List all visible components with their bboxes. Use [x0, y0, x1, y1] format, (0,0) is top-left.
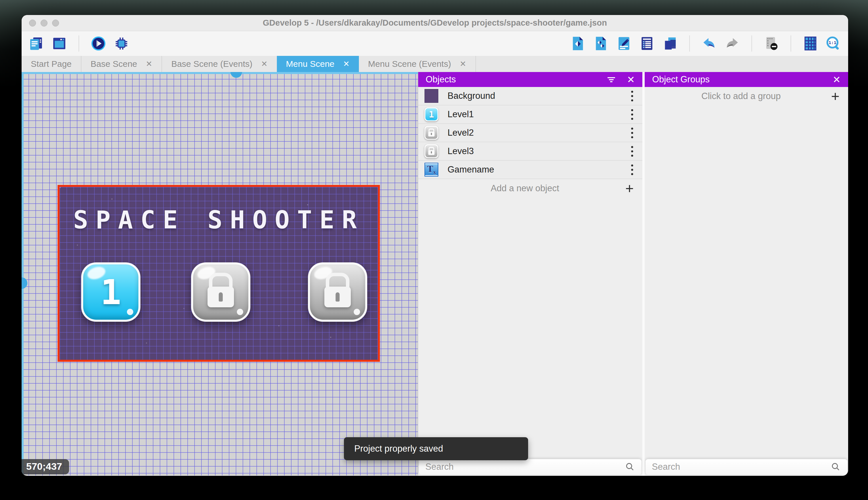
- object-groups-panel-title: Object Groups: [652, 74, 823, 85]
- tab-menu-scene-events[interactable]: Menu Scene (Events) ✕: [359, 56, 476, 72]
- play-preview-icon[interactable]: [90, 35, 107, 52]
- object-row-background[interactable]: Background: [418, 87, 642, 105]
- layers-icon[interactable]: [638, 35, 655, 52]
- tab-label: Start Page: [31, 59, 72, 69]
- object-name: Level3: [447, 146, 628, 156]
- objects-search-input[interactable]: [425, 462, 621, 472]
- close-tab-icon[interactable]: ✕: [343, 59, 350, 69]
- undo-icon[interactable]: [701, 35, 717, 52]
- cursor-coordinates-badge: 570;437: [22, 459, 69, 474]
- plus-icon[interactable]: +: [830, 89, 841, 103]
- object-row-level1[interactable]: 1 Level1: [418, 105, 642, 124]
- object-row-gamename[interactable]: Tx Gamename: [418, 161, 642, 179]
- zoom-window-icon[interactable]: [52, 20, 59, 26]
- level3-button-object[interactable]: [308, 262, 367, 322]
- kebab-menu-icon[interactable]: [628, 88, 636, 104]
- render-mask-icon[interactable]: [763, 35, 779, 52]
- object-name: Background: [447, 91, 628, 101]
- add-group-row[interactable]: Click to add a group +: [645, 87, 848, 105]
- window-title: GDevelop 5 - /Users/dkarakay/Documents/G…: [22, 18, 848, 28]
- title-bar: GDevelop 5 - /Users/dkarakay/Documents/G…: [22, 15, 848, 31]
- vertical-scrollbar[interactable]: [22, 72, 24, 476]
- close-tab-icon[interactable]: ✕: [261, 59, 268, 69]
- background-thumbnail-icon: [424, 89, 438, 103]
- lock-icon: [208, 287, 234, 307]
- level1-button-object[interactable]: 1: [81, 262, 140, 322]
- horizontal-scrollbar-thumb[interactable]: [231, 72, 242, 78]
- tab-start-page[interactable]: Start Page: [22, 56, 81, 72]
- add-group-label: Click to add a group: [652, 91, 830, 101]
- object-groups-empty-space: [645, 105, 848, 459]
- kebab-menu-icon[interactable]: [628, 144, 636, 159]
- scene-properties-icon[interactable]: [615, 35, 632, 52]
- tab-bar: Start Page Base Scene ✕ Base Scene (Even…: [22, 56, 848, 72]
- zoom-original-icon[interactable]: 1:1: [825, 35, 842, 52]
- objects-editor-icon[interactable]: [570, 35, 586, 52]
- grid-icon[interactable]: [802, 35, 819, 52]
- toast-message: Project properly saved: [354, 444, 443, 454]
- kebab-menu-icon[interactable]: [628, 162, 636, 178]
- object-groups-panel: Object Groups ✕ Click to add a group +: [645, 72, 848, 476]
- add-object-row[interactable]: Add a new object +: [418, 179, 642, 197]
- lock-thumbnail-icon: [424, 126, 438, 140]
- deep-copy-icon[interactable]: [662, 35, 678, 52]
- scene-editor-canvas[interactable]: SPACE SHOOTER 1 570;437: [22, 72, 418, 476]
- tab-label: Base Scene (Events): [171, 59, 253, 69]
- object-name: Level2: [447, 128, 628, 138]
- objects-panel-empty-space: [418, 197, 642, 459]
- objects-panel-header: Objects ✕: [418, 72, 642, 87]
- debug-icon[interactable]: [113, 35, 130, 52]
- toolbar-divider: [689, 35, 690, 52]
- lock-icon: [324, 287, 351, 307]
- minimize-window-icon[interactable]: [40, 20, 47, 26]
- close-panel-icon[interactable]: ✕: [833, 74, 841, 85]
- svg-text:1:1: 1:1: [829, 40, 836, 45]
- objects-search-box[interactable]: [419, 459, 642, 475]
- redo-icon[interactable]: [724, 35, 740, 52]
- objects-panel-title: Objects: [426, 74, 596, 85]
- kebab-menu-icon[interactable]: [628, 107, 636, 122]
- preview-window-icon[interactable]: [51, 35, 68, 52]
- level2-button-object[interactable]: [191, 262, 250, 322]
- tab-menu-scene[interactable]: Menu Scene ✕: [277, 56, 359, 72]
- panel-divider: [642, 72, 645, 476]
- toolbar-divider: [790, 35, 791, 52]
- object-row-level2[interactable]: Level2: [418, 124, 642, 142]
- kebab-menu-icon[interactable]: [628, 125, 636, 140]
- filter-icon[interactable]: [606, 74, 617, 85]
- horizontal-scrollbar[interactable]: [22, 72, 418, 74]
- objects-panel: Objects ✕ Background 1 Level1 Level2: [418, 72, 642, 476]
- scene-title-text-object[interactable]: SPACE SHOOTER: [60, 205, 378, 234]
- vertical-scrollbar-thumb[interactable]: [22, 277, 27, 289]
- tab-label: Base Scene: [91, 59, 137, 69]
- main-area: SPACE SHOOTER 1 570;437: [22, 72, 848, 476]
- tab-separator: [476, 56, 476, 72]
- close-window-icon[interactable]: [29, 20, 36, 26]
- toolbar-divider: [79, 35, 79, 52]
- object-name: Gamename: [447, 164, 628, 175]
- close-tab-icon[interactable]: ✕: [460, 59, 466, 69]
- object-name: Level1: [447, 109, 628, 120]
- search-icon: [831, 462, 841, 472]
- toolbar-divider: [751, 35, 752, 52]
- search-icon: [625, 462, 635, 472]
- tab-base-scene[interactable]: Base Scene ✕: [81, 56, 162, 72]
- text-object-thumbnail-icon: Tx: [424, 163, 438, 177]
- object-groups-search-box[interactable]: [646, 459, 847, 475]
- game-scene-window[interactable]: SPACE SHOOTER 1: [58, 185, 380, 362]
- close-tab-icon[interactable]: ✕: [146, 59, 153, 69]
- object-groups-search-input[interactable]: [652, 462, 826, 472]
- add-object-label: Add a new object: [426, 183, 624, 194]
- tab-label: Menu Scene (Events): [368, 59, 451, 69]
- plus-icon[interactable]: +: [624, 181, 635, 195]
- gdevelop-window: GDevelop 5 - /Users/dkarakay/Documents/G…: [22, 15, 848, 476]
- tab-base-scene-events[interactable]: Base Scene (Events) ✕: [162, 56, 277, 72]
- close-panel-icon[interactable]: ✕: [627, 74, 635, 85]
- object-row-level3[interactable]: Level3: [418, 142, 642, 161]
- lock-thumbnail-icon: [424, 144, 438, 158]
- level1-thumbnail-icon: 1: [424, 107, 438, 121]
- instances-list-icon[interactable]: [593, 35, 609, 52]
- project-manager-icon[interactable]: [28, 35, 45, 52]
- save-toast: Project properly saved: [344, 437, 528, 460]
- tab-label: Menu Scene: [286, 59, 335, 69]
